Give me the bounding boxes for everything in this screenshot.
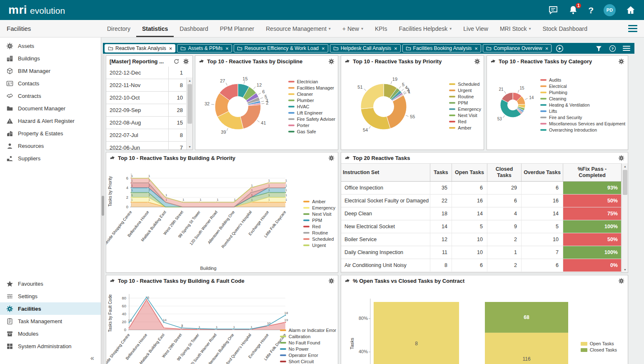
sidebar-item-contacts[interactable]: Contacts xyxy=(0,77,101,90)
sidebar-item-favourites[interactable]: Favourites xyxy=(0,277,101,290)
top20-scrollbar[interactable]: ▲ ▼ xyxy=(622,163,628,272)
reporting-row[interactable]: 2022-07-Jul8 xyxy=(106,129,186,142)
svg-text:21: 21 xyxy=(499,87,504,92)
table-row[interactable]: Daily Cleaning Inspection111017100% xyxy=(341,246,622,259)
reporting-row[interactable]: 2022-06-Jun7 xyxy=(106,142,186,150)
help-icon[interactable]: ? xyxy=(588,6,594,15)
reporting-row[interactable]: 2022-11-Nov8 xyxy=(106,79,186,92)
table-header-cell[interactable]: Closed Tasks xyxy=(487,164,522,181)
alerts-icon[interactable]: 1 xyxy=(568,5,578,15)
scroll-up-icon[interactable]: ▲ xyxy=(622,163,628,169)
nav-item-statistics[interactable]: Statistics xyxy=(136,20,174,37)
gear-icon[interactable] xyxy=(183,58,189,65)
close-icon[interactable]: × xyxy=(225,46,229,51)
gear-icon[interactable] xyxy=(474,58,480,65)
reporting-row[interactable]: 2022-08-Aug15 xyxy=(106,117,186,129)
sidebar-item-modules[interactable]: Modules xyxy=(0,327,101,340)
table-row[interactable]: Deep Clean181441475% xyxy=(341,207,622,220)
scroll-down-icon[interactable]: ▼ xyxy=(187,144,192,150)
sidebar-item-contracts[interactable]: Contracts xyxy=(0,90,101,102)
priority-legend: ScheduledUrgentRoutinePPMEmergencyNext V… xyxy=(449,82,481,130)
gear-icon[interactable] xyxy=(328,58,334,65)
tab-folder-icon xyxy=(237,46,242,51)
sidebar-item-bim-manager[interactable]: BIM Manager xyxy=(0,65,101,77)
sidebar-collapse-icon[interactable]: « xyxy=(0,352,101,364)
buildings-icon xyxy=(6,55,13,62)
sidebar-item-document-manager[interactable]: Document Manager xyxy=(0,102,101,115)
scroll-up-icon[interactable]: ▲ xyxy=(187,77,192,83)
nav-item-stock-dashboard[interactable]: Stock Dashboard xyxy=(537,20,593,37)
table-header-cell[interactable]: Overdue Tasks xyxy=(522,164,563,181)
help-circle-icon[interactable]: ? xyxy=(609,45,616,52)
table-row[interactable]: Office Inspection35629693% xyxy=(341,182,622,194)
table-header-cell[interactable]: Instruction Set xyxy=(341,164,430,181)
nav-item-live-view[interactable]: Live View xyxy=(457,20,494,37)
nav-item-ppm-planner[interactable]: PPM Planner xyxy=(214,20,260,37)
table-row[interactable]: Air Conditioning Unit Noisy86260% xyxy=(341,259,622,272)
sidebar-item-task-management[interactable]: Task Management xyxy=(0,315,101,327)
close-icon[interactable]: × xyxy=(394,46,397,51)
chat-icon[interactable] xyxy=(548,5,558,15)
nav-item-label: MRI Stock xyxy=(500,25,527,32)
scroll-down-icon[interactable]: ▼ xyxy=(622,267,628,272)
gear-icon[interactable] xyxy=(618,155,624,161)
workspace-tab-reactive-task-analysis[interactable]: Reactive Task Analysis× xyxy=(105,44,175,52)
scrollbar-handle[interactable] xyxy=(623,170,627,195)
nav-item-facilities-helpdesk[interactable]: Facilities Helpdesk▾ xyxy=(393,20,458,37)
nav-item-kpis[interactable]: KPIs xyxy=(369,20,393,37)
workspace-tab-assets-ppms[interactable]: Assets & PPMs× xyxy=(177,44,232,52)
sidebar-item-label: Document Manager xyxy=(18,105,65,112)
workspace-tab-resource-efficiency-work-load[interactable]: Resource Efficiency & Work Load× xyxy=(234,44,328,52)
master-scrollbar[interactable]: ▲ ▼ xyxy=(186,77,192,150)
table-header-cell[interactable]: Tasks xyxy=(430,164,452,181)
play-icon[interactable] xyxy=(556,45,564,52)
workspace-tab-compliance-overview[interactable]: Compliance Overview× xyxy=(483,44,552,52)
table-row[interactable]: Electrical Socket Faulty or Damaged22166… xyxy=(341,194,622,207)
gear-icon[interactable] xyxy=(328,278,334,284)
legend-swatch xyxy=(288,100,295,101)
sidebar-item-settings[interactable]: Settings xyxy=(0,290,101,302)
reporting-row[interactable]: 2022-10-Oct10 xyxy=(106,92,186,104)
nav-item-directory[interactable]: Directory xyxy=(101,20,136,37)
nav-item-mri-stock[interactable]: MRI Stock▾ xyxy=(494,20,537,37)
nav-item-label: + New xyxy=(342,25,359,32)
sidebar-item-resources[interactable]: Resources xyxy=(0,140,101,152)
scrollbar-handle[interactable] xyxy=(187,84,192,124)
table-header-cell[interactable]: %Fix Pass - Completed xyxy=(563,164,622,181)
table-row[interactable]: New Electrical Socket14595100% xyxy=(341,220,622,233)
reporting-row[interactable]: 2022-09-Sep28 xyxy=(106,104,186,117)
legend-label: Closed Tasks xyxy=(590,347,617,352)
sidebar-item-buildings[interactable]: Buildings xyxy=(0,52,101,65)
home-icon[interactable] xyxy=(626,5,636,15)
table-header-row: Instruction SetTasksOpen TasksClosed Tas… xyxy=(341,163,622,182)
sidebar-item-suppliers[interactable]: Suppliers xyxy=(0,152,101,165)
sidebar-item-property-estates[interactable]: Property & Estates xyxy=(0,127,101,140)
close-icon[interactable]: × xyxy=(169,46,172,51)
sidebar-item-system-administration[interactable]: System Administration xyxy=(0,340,101,352)
sidebar-item-assets[interactable]: Assets xyxy=(0,40,101,52)
gear-icon[interactable] xyxy=(618,278,624,284)
workspace-tab-helpdesk-call-analysis[interactable]: Helpdesk Call Analysis× xyxy=(330,44,401,52)
close-icon[interactable]: × xyxy=(545,46,549,51)
workspace-tab-facilities-booking-analysis[interactable]: Facilities Booking Analysis× xyxy=(402,44,481,52)
nav-item-resource-management[interactable]: Resource Management▾ xyxy=(260,20,337,37)
refresh-icon[interactable] xyxy=(173,58,180,65)
filter-icon[interactable] xyxy=(595,45,602,52)
panel-menu-icon[interactable] xyxy=(623,46,630,51)
avatar[interactable]: PD xyxy=(604,4,616,16)
sidebar-item-hazard-alert-register[interactable]: Hazard & Alert Register xyxy=(0,115,101,127)
reporting-count: 28 xyxy=(169,104,186,116)
content-scrollbar[interactable] xyxy=(101,54,105,364)
table-row[interactable]: Boiler Service121021050% xyxy=(341,233,622,246)
sidebar-item-facilities[interactable]: Facilities xyxy=(0,302,101,315)
table-header-cell[interactable]: Open Tasks xyxy=(452,164,487,181)
nav-menu-icon[interactable] xyxy=(628,25,637,32)
scrollbar-handle[interactable] xyxy=(102,196,104,216)
gear-icon[interactable] xyxy=(618,58,624,65)
close-icon[interactable]: × xyxy=(322,46,325,51)
nav-item-dashboard[interactable]: Dashboard xyxy=(174,20,214,37)
reporting-row[interactable]: 2022-12-Dec1 xyxy=(106,67,186,79)
close-icon[interactable]: × xyxy=(474,46,478,51)
nav-item--new[interactable]: + New▾ xyxy=(337,20,369,37)
gear-icon[interactable] xyxy=(328,155,334,161)
